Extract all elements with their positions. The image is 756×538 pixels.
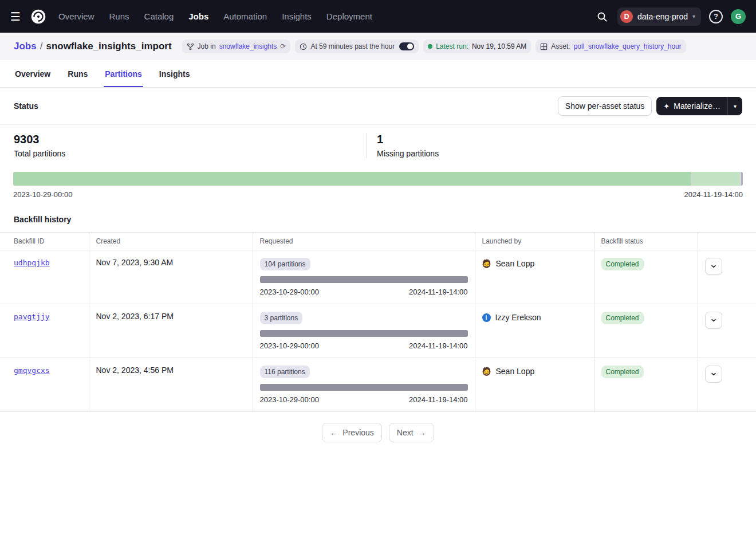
backfill-range-end: 2024-11-19-14:00: [409, 288, 467, 296]
chevron-down-icon: [710, 371, 717, 378]
status-badge: Completed: [601, 366, 644, 378]
row-actions-button[interactable]: [705, 312, 722, 329]
launched-by-name: Sean Lopp: [496, 367, 535, 376]
tab-partitions[interactable]: Partitions: [104, 60, 143, 87]
materialize-dropdown-button[interactable]: ▾: [727, 97, 742, 115]
backfill-progress-bar: [260, 330, 468, 337]
sparkle-icon: ✦: [663, 102, 670, 111]
created-timestamp: Nov 7, 2023, 9:30 AM: [96, 258, 174, 267]
user-info-avatar: i: [482, 313, 491, 322]
dagster-logo-icon[interactable]: [29, 7, 48, 26]
show-per-asset-status-button[interactable]: Show per-asset status: [558, 96, 652, 116]
missing-partitions-label: Missing partitions: [377, 149, 742, 158]
created-timestamp: Nov 2, 2023, 4:56 PM: [96, 366, 174, 375]
asset-table-icon: [540, 43, 548, 50]
partition-health-bar[interactable]: [13, 172, 743, 186]
row-actions-button[interactable]: [705, 366, 722, 383]
top-nav: ☰ Overview Runs Catalog Jobs Automation …: [0, 0, 756, 33]
table-row: pavgtjjy Nov 2, 2023, 6:17 PM 3 partitio…: [0, 304, 756, 358]
col-backfill-status: Backfill status: [594, 233, 698, 250]
partition-stats: 9303 Total partitions 1 Missing partitio…: [0, 124, 756, 170]
nav-item-insights[interactable]: Insights: [282, 11, 312, 21]
partition-range-start: 2023-10-29-00:00: [13, 190, 72, 199]
backfill-range-end: 2024-11-19-14:00: [409, 395, 467, 404]
materialize-split-button: ✦ Materialize… ▾: [656, 97, 742, 115]
success-dot-icon: [428, 44, 432, 49]
total-partitions-stat: 9303 Total partitions: [0, 133, 366, 158]
materialize-button-label: Materialize…: [674, 101, 720, 111]
backfill-id-link[interactable]: pavgtjjy: [14, 312, 50, 321]
status-badge: Completed: [601, 258, 644, 270]
table-row: udhpqjkb Nov 7, 2023, 9:30 AM 104 partit…: [0, 250, 756, 304]
tab-overview[interactable]: Overview: [14, 60, 52, 87]
backfill-table: Backfill ID Created Requested Launched b…: [0, 232, 756, 412]
col-backfill-id: Backfill ID: [0, 233, 89, 250]
backfill-progress-bar: [260, 276, 468, 283]
total-partitions-label: Total partitions: [14, 149, 352, 158]
pagination: ← Previous Next →: [0, 423, 756, 442]
user-photo-avatar: 🧔: [482, 259, 491, 268]
next-page-button[interactable]: Next →: [389, 423, 434, 442]
missing-partitions-stat: 1 Missing partitions: [366, 133, 756, 158]
col-created: Created: [89, 233, 253, 250]
previous-label: Previous: [342, 428, 373, 437]
chevron-down-icon: [710, 263, 717, 270]
nav-item-deployment[interactable]: Deployment: [326, 11, 372, 21]
row-actions-button[interactable]: [705, 258, 722, 275]
backfill-id-link[interactable]: udhpqjkb: [14, 258, 50, 267]
backfill-range-end: 2024-11-19-14:00: [409, 341, 467, 350]
nav-item-automation[interactable]: Automation: [223, 11, 267, 21]
nav-item-catalog[interactable]: Catalog: [144, 11, 174, 21]
job-graph-icon: [187, 43, 194, 50]
hamburger-menu-icon[interactable]: ☰: [10, 10, 27, 23]
search-icon[interactable]: [594, 9, 609, 24]
col-requested: Requested: [253, 233, 475, 250]
backfill-range-start: 2023-10-29-00:00: [260, 395, 319, 404]
schedule-tag-label: At 59 minutes past the hour: [310, 42, 395, 50]
page-header: Jobs/snowflake_insights_import Job in sn…: [0, 33, 756, 60]
backfill-id-link[interactable]: gmqvgcxs: [14, 366, 50, 375]
chevron-down-icon: [710, 317, 717, 324]
refresh-icon[interactable]: ⟳: [280, 42, 286, 50]
partition-bar-segment-missing[interactable]: [741, 172, 743, 186]
partition-bar-segment-materialized-2[interactable]: [691, 172, 740, 186]
asset-tag: Asset: poll_snowflake_query_history_hour: [536, 40, 686, 53]
nav-item-overview[interactable]: Overview: [58, 11, 94, 21]
tab-bar: Overview Runs Partitions Insights: [0, 60, 756, 88]
user-avatar[interactable]: G: [731, 9, 746, 24]
created-timestamp: Nov 2, 2023, 6:17 PM: [96, 312, 174, 321]
schedule-toggle[interactable]: [399, 42, 414, 50]
asset-tag-link[interactable]: poll_snowflake_query_history_hour: [574, 42, 682, 50]
job-tag: Job in snowflake_insights ⟳: [182, 40, 291, 53]
col-actions: [698, 233, 756, 250]
job-tag-link[interactable]: snowflake_insights: [219, 42, 277, 50]
tab-runs[interactable]: Runs: [66, 60, 89, 87]
breadcrumb-separator: /: [40, 41, 43, 52]
user-photo-avatar: 🧔: [482, 367, 491, 376]
asset-tag-prefix: Asset:: [551, 42, 570, 50]
deployment-name: data-eng-prod: [637, 12, 688, 21]
nav-item-runs[interactable]: Runs: [109, 11, 129, 21]
nav-item-jobs[interactable]: Jobs: [188, 11, 208, 21]
arrow-right-icon: →: [418, 428, 426, 437]
status-badge: Completed: [601, 312, 644, 324]
latest-run-tag: Latest run: Nov 19, 10:59 AM: [423, 40, 531, 53]
breadcrumb: Jobs/snowflake_insights_import: [14, 41, 172, 52]
breadcrumb-jobs-link[interactable]: Jobs: [14, 41, 37, 52]
next-label: Next: [397, 428, 414, 437]
page-title: snowflake_insights_import: [46, 41, 171, 52]
partition-bar-segment-materialized[interactable]: [13, 172, 691, 186]
previous-page-button[interactable]: ← Previous: [322, 423, 381, 442]
partition-bar-labels: 2023-10-29-00:00 2024-11-19-14:00: [13, 190, 743, 199]
backfill-range-start: 2023-10-29-00:00: [260, 341, 319, 350]
total-partitions-value: 9303: [14, 133, 352, 146]
help-icon[interactable]: ?: [709, 10, 723, 23]
job-tag-prefix: Job in: [198, 42, 216, 50]
tab-insights[interactable]: Insights: [158, 60, 191, 87]
chevron-down-icon: ▾: [692, 13, 695, 19]
table-header-row: Backfill ID Created Requested Launched b…: [0, 233, 756, 250]
latest-run-link[interactable]: Nov 19, 10:59 AM: [472, 42, 526, 50]
deployment-switcher[interactable]: D data-eng-prod ▾: [617, 7, 701, 26]
missing-partitions-value: 1: [377, 133, 742, 146]
materialize-button[interactable]: ✦ Materialize…: [656, 97, 727, 115]
